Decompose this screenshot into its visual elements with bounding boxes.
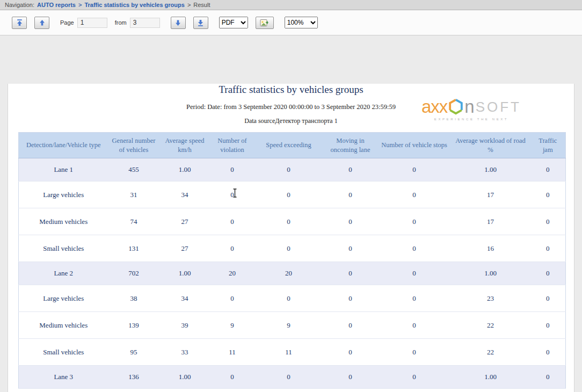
value-cell: 1.00 bbox=[451, 262, 530, 285]
breadcrumb-label: Navigation: bbox=[5, 2, 34, 8]
column-header: Traffic jam bbox=[530, 133, 566, 158]
value-cell: 17 bbox=[451, 208, 530, 235]
export-button[interactable] bbox=[256, 17, 274, 29]
column-header: Moving in oncoming lane bbox=[323, 133, 378, 158]
value-cell: 38 bbox=[108, 285, 159, 312]
table-row: Lane 31361.0000001.000 bbox=[19, 366, 566, 389]
value-cell: 0 bbox=[530, 285, 566, 312]
page-label: Page bbox=[60, 19, 74, 26]
value-cell: 0 bbox=[378, 158, 451, 182]
value-cell: 0 bbox=[323, 208, 378, 235]
value-cell: 34 bbox=[159, 182, 210, 208]
value-cell: 0 bbox=[378, 285, 451, 312]
hexagon-logo-icon bbox=[448, 98, 463, 115]
table-row: Small vehicles9533111100220 bbox=[19, 339, 566, 366]
value-cell: 0 bbox=[378, 366, 451, 389]
value-cell: 9 bbox=[210, 312, 254, 339]
value-cell: 11 bbox=[210, 339, 254, 366]
value-cell: 0 bbox=[210, 182, 254, 208]
page-input[interactable] bbox=[77, 18, 107, 28]
last-page-button[interactable] bbox=[193, 17, 208, 29]
breadcrumb-link-auto-reports[interactable]: AUTO reports bbox=[37, 2, 76, 8]
column-header: Average speed km/h bbox=[159, 133, 210, 158]
table-row: Small vehicles131270000160 bbox=[19, 235, 566, 262]
table-row: Lane 14551.0000001.000 bbox=[19, 158, 566, 182]
arrow-up-icon bbox=[38, 19, 46, 27]
value-cell: 17 bbox=[451, 182, 530, 208]
column-header: Number of violation bbox=[210, 133, 254, 158]
table-row: Large vehicles38340000230 bbox=[19, 285, 566, 312]
value-cell: 0 bbox=[378, 262, 451, 285]
logo-text-soft: SOFT bbox=[476, 100, 521, 114]
value-cell: 22 bbox=[451, 312, 530, 339]
table-row: Lane 27021.002020001.000 bbox=[19, 262, 566, 285]
value-cell: 9 bbox=[254, 312, 323, 339]
value-cell: 0 bbox=[530, 158, 566, 182]
value-cell: 39 bbox=[159, 312, 210, 339]
table-row: Medium vehicles139399900220 bbox=[19, 312, 566, 339]
row-label-cell: Lane 1 bbox=[19, 158, 108, 182]
value-cell: 0 bbox=[530, 366, 566, 389]
value-cell: 0 bbox=[254, 208, 323, 235]
value-cell: 0 bbox=[323, 262, 378, 285]
value-cell: 33 bbox=[159, 339, 210, 366]
report-toolbar: Page from PDF 100% bbox=[0, 10, 582, 35]
report-table: Detection/lane/Vehicle typeGeneral numbe… bbox=[18, 132, 566, 389]
report-viewport: axx n SOFT EXPERIENCE THE NEXT Traffic s… bbox=[0, 84, 582, 392]
total-pages-input[interactable] bbox=[130, 18, 160, 28]
value-cell: 74 bbox=[108, 208, 159, 235]
breadcrumb-link-traffic-statistics[interactable]: Traffic statistics by vehicles groups bbox=[84, 2, 184, 8]
value-cell: 136 bbox=[108, 366, 159, 389]
zoom-select[interactable]: 100% bbox=[285, 17, 318, 28]
value-cell: 0 bbox=[530, 312, 566, 339]
value-cell: 0 bbox=[210, 208, 254, 235]
value-cell: 702 bbox=[108, 262, 159, 285]
value-cell: 0 bbox=[254, 158, 323, 182]
value-cell: 0 bbox=[323, 158, 378, 182]
value-cell: 0 bbox=[378, 182, 451, 208]
arrow-down-icon bbox=[174, 19, 182, 27]
column-header: Average workload of road % bbox=[451, 133, 530, 158]
value-cell: 0 bbox=[323, 339, 378, 366]
previous-page-button[interactable] bbox=[34, 17, 49, 29]
value-cell: 22 bbox=[451, 339, 530, 366]
value-cell: 0 bbox=[210, 235, 254, 262]
column-header: Detection/lane/Vehicle type bbox=[19, 133, 108, 158]
value-cell: 0 bbox=[323, 285, 378, 312]
value-cell: 0 bbox=[323, 312, 378, 339]
from-label: from bbox=[115, 19, 127, 26]
row-label-cell: Medium vehicles bbox=[19, 312, 108, 339]
axxonsoft-logo: axx n SOFT EXPERIENCE THE NEXT bbox=[421, 98, 521, 121]
report-title: Traffic statistics by vehicles groups bbox=[18, 84, 564, 96]
format-select[interactable]: PDF bbox=[219, 17, 248, 28]
table-row: Large vehicles31340000170 bbox=[19, 182, 566, 208]
value-cell: 0 bbox=[378, 235, 451, 262]
value-cell: 27 bbox=[159, 235, 210, 262]
breadcrumb-separator: > bbox=[78, 2, 82, 8]
first-page-button[interactable] bbox=[12, 17, 27, 29]
value-cell: 455 bbox=[108, 158, 159, 182]
value-cell: 1.00 bbox=[159, 262, 210, 285]
table-row: Medium vehicles74270000170 bbox=[19, 208, 566, 235]
value-cell: 0 bbox=[254, 182, 323, 208]
value-cell: 11 bbox=[254, 339, 323, 366]
value-cell: 31 bbox=[108, 182, 159, 208]
value-cell: 16 bbox=[451, 235, 530, 262]
breadcrumb-current-result: Result bbox=[193, 2, 210, 8]
value-cell: 0 bbox=[530, 208, 566, 235]
breadcrumb-separator: > bbox=[187, 2, 191, 8]
logo-text-n: n bbox=[464, 98, 474, 115]
logo-tagline: EXPERIENCE THE NEXT bbox=[421, 118, 521, 121]
value-cell: 0 bbox=[323, 366, 378, 389]
report-page: axx n SOFT EXPERIENCE THE NEXT Traffic s… bbox=[8, 84, 574, 392]
value-cell: 0 bbox=[530, 262, 566, 285]
value-cell: 0 bbox=[530, 182, 566, 208]
value-cell: 95 bbox=[108, 339, 159, 366]
value-cell: 0 bbox=[323, 235, 378, 262]
next-page-button[interactable] bbox=[171, 17, 186, 29]
column-header: Number of vehicle stops bbox=[378, 133, 451, 158]
value-cell: 131 bbox=[108, 235, 159, 262]
column-header: General number of vehicles bbox=[108, 133, 159, 158]
value-cell: 1.00 bbox=[451, 158, 530, 182]
value-cell: 0 bbox=[254, 285, 323, 312]
